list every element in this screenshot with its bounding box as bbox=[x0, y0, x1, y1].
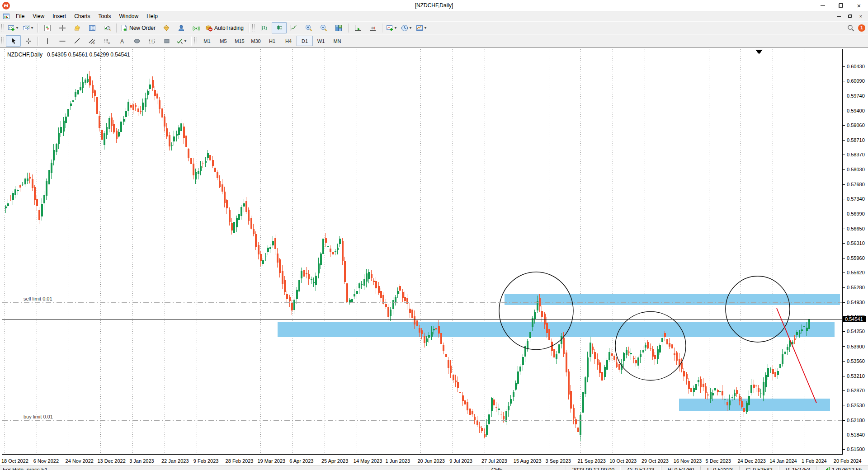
cursor-tool-button[interactable] bbox=[6, 35, 21, 47]
timeframe-h1[interactable]: H1 bbox=[264, 36, 280, 46]
chart-shift-icon bbox=[369, 24, 376, 32]
menu-insert[interactable]: Insert bbox=[48, 12, 70, 20]
crosshair-tool-icon bbox=[25, 38, 32, 45]
price-tick-label: 0.56650 bbox=[847, 226, 865, 231]
status-bar-time: 2023.09.12 00:00 bbox=[566, 466, 621, 470]
terminal-button[interactable] bbox=[85, 22, 99, 33]
close-icon: × bbox=[857, 2, 861, 9]
indicators-button[interactable]: ▼ bbox=[384, 22, 399, 33]
date-tick-label: 9 Feb 2023 bbox=[193, 458, 219, 464]
date-tick-label: 24 Nov 2022 bbox=[66, 458, 94, 464]
timeframe-m15[interactable]: M15 bbox=[231, 36, 248, 46]
bar-chart-button[interactable] bbox=[257, 22, 272, 33]
chart-shift-button[interactable] bbox=[365, 22, 380, 33]
text-tool-icon: A bbox=[118, 38, 126, 45]
candlestick-chart[interactable]: sell limit 0.01buy limit 0.010.604300.60… bbox=[2, 49, 866, 456]
toolbar-drag-handle[interactable] bbox=[1, 37, 4, 45]
toolbar-separator bbox=[38, 24, 38, 33]
new-chart-button[interactable]: ▼ bbox=[6, 22, 21, 33]
toolbar-drag-handle[interactable] bbox=[252, 24, 255, 32]
autotrading-button[interactable]: AutoTrading bbox=[203, 22, 247, 33]
chart-area[interactable]: NZDCHF,Daily0.54305 0.54561 0.54299 0.54… bbox=[0, 47, 868, 457]
timeframe-mn[interactable]: MN bbox=[329, 36, 345, 46]
arrows-tool-icon bbox=[176, 38, 183, 45]
toolbar-drag-handle[interactable] bbox=[1, 24, 4, 32]
date-tick-label: 1 Feb 2024 bbox=[802, 458, 827, 464]
signals-button[interactable] bbox=[189, 22, 203, 33]
community-button[interactable] bbox=[174, 22, 189, 33]
new-order-button[interactable]: New Order bbox=[118, 22, 159, 33]
vertical-line-tool-button[interactable] bbox=[40, 35, 55, 47]
profiles-button[interactable]: ▼ bbox=[21, 22, 36, 33]
svg-text:0.54541: 0.54541 bbox=[845, 316, 863, 322]
market-watch-button[interactable] bbox=[40, 22, 55, 33]
auto-scroll-button[interactable] bbox=[350, 22, 365, 33]
menu-charts[interactable]: Charts bbox=[70, 12, 94, 20]
date-tick-label: 18 Oct 2022 bbox=[1, 458, 28, 464]
strategy-tester-button[interactable] bbox=[99, 22, 114, 33]
date-axis[interactable]: 18 Oct 20226 Nov 202224 Nov 202213 Dec 2… bbox=[0, 457, 868, 465]
metaeditor-button[interactable] bbox=[159, 22, 174, 33]
search-icon[interactable] bbox=[847, 24, 854, 32]
date-tick-label: 13 Dec 2022 bbox=[97, 458, 125, 464]
menu-tools[interactable]: Tools bbox=[94, 12, 115, 20]
window-controls: × bbox=[814, 0, 868, 11]
timeframe-d1[interactable]: D1 bbox=[297, 36, 313, 46]
status-volume: V: 152753 bbox=[779, 466, 816, 470]
zoom-out-button[interactable] bbox=[316, 22, 331, 33]
ellipse-tool-button[interactable] bbox=[129, 35, 144, 47]
equidistant-channel-icon: E bbox=[89, 38, 96, 45]
templates-button[interactable]: ▼ bbox=[414, 22, 429, 33]
timeframe-m1[interactable]: M1 bbox=[199, 36, 215, 46]
periods-button[interactable]: ▼ bbox=[399, 22, 414, 33]
text-label-tool-button[interactable]: T bbox=[144, 35, 159, 47]
date-tick-label: 24 Dec 2023 bbox=[737, 458, 765, 464]
zoom-in-button[interactable] bbox=[302, 22, 316, 33]
text-label-icon: T bbox=[148, 38, 156, 45]
close-button[interactable]: × bbox=[850, 0, 868, 11]
price-tick-label: 0.60430 bbox=[847, 64, 865, 69]
arrows-tool-button[interactable]: ▼ bbox=[174, 35, 189, 47]
chart-restore-button[interactable] bbox=[844, 12, 855, 20]
strategy-tester-icon bbox=[104, 24, 111, 32]
text-tool-button[interactable]: A bbox=[114, 35, 129, 47]
candlestick-chart-button[interactable] bbox=[272, 22, 287, 33]
menu-window[interactable]: Window bbox=[115, 12, 143, 20]
rectangle-tool-button[interactable] bbox=[159, 35, 174, 47]
data-window-button[interactable] bbox=[55, 22, 70, 33]
timeframe-h4[interactable]: H4 bbox=[280, 36, 297, 46]
equidistant-channel-tool-button[interactable]: E bbox=[85, 35, 99, 47]
line-chart-button[interactable] bbox=[287, 22, 302, 33]
fibonacci-tool-button[interactable]: F bbox=[99, 35, 114, 47]
toolbar-drag-handle[interactable] bbox=[194, 37, 197, 45]
crosshair-tool-button[interactable] bbox=[21, 35, 36, 47]
menu-help[interactable]: Help bbox=[142, 12, 162, 20]
price-tick-label: 0.56990 bbox=[847, 211, 865, 216]
new-order-icon bbox=[120, 24, 127, 32]
price-tick-label: 0.51840 bbox=[847, 432, 865, 437]
date-tick-label: 20 Feb 2024 bbox=[834, 458, 862, 464]
candlesticks bbox=[5, 71, 810, 441]
chart-close-button[interactable]: × bbox=[855, 12, 866, 20]
date-tick-label: 29 Oct 2023 bbox=[642, 458, 669, 464]
periods-clock-icon bbox=[401, 24, 408, 32]
menu-view[interactable]: View bbox=[28, 12, 48, 20]
fibonacci-icon: F bbox=[104, 38, 111, 45]
date-tick-label: 19 Mar 2023 bbox=[257, 458, 285, 464]
price-tick-label: 0.55620 bbox=[847, 270, 865, 275]
restore-button[interactable] bbox=[832, 0, 850, 11]
timeframe-m5[interactable]: M5 bbox=[215, 36, 231, 46]
horizontal-line-tool-button[interactable] bbox=[55, 35, 70, 47]
minimize-button[interactable] bbox=[814, 0, 832, 11]
menu-file[interactable]: File bbox=[12, 12, 28, 20]
chart-minimize-button[interactable] bbox=[834, 12, 844, 20]
trendline-tool-button[interactable] bbox=[70, 35, 85, 47]
timeframe-w1[interactable]: W1 bbox=[313, 36, 329, 46]
timeframe-m30[interactable]: M30 bbox=[248, 36, 264, 46]
current-price-tag: 0.54541 bbox=[843, 316, 866, 322]
navigator-button[interactable] bbox=[70, 22, 85, 33]
notification-badge[interactable]: 1 bbox=[858, 24, 865, 32]
toolbar-separator bbox=[348, 24, 349, 33]
tile-windows-button[interactable] bbox=[331, 22, 346, 33]
price-tick-label: 0.59400 bbox=[847, 108, 865, 113]
